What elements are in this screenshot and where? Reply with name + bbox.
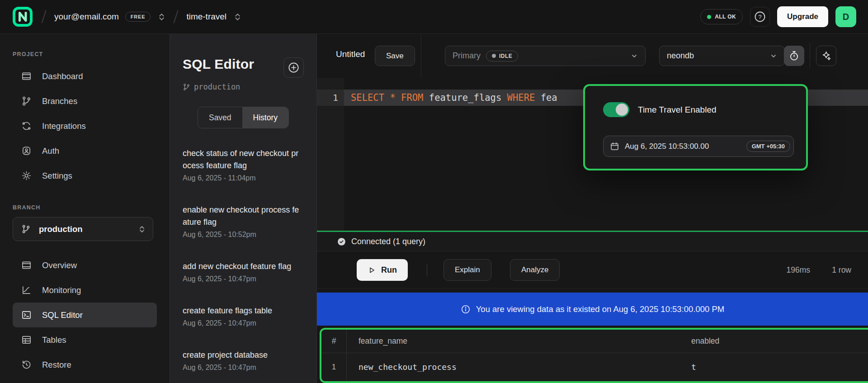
- time-travel-label: Time Travel Enabled: [638, 105, 717, 115]
- chevron-down-icon: [770, 52, 777, 60]
- datetime-value: Aug 6, 2025 10:53:00.00: [625, 142, 741, 151]
- neon-logo-icon[interactable]: [12, 6, 33, 28]
- system-status-pill[interactable]: ALL OK: [700, 9, 743, 24]
- sidebar-item-overview[interactable]: Overview: [13, 253, 157, 278]
- compute-name: Primary: [453, 51, 481, 61]
- branch-icon: [21, 224, 31, 234]
- history-item[interactable]: add new checkout feature flag Aug 6, 202…: [183, 260, 299, 283]
- history-item-timestamp: Aug 6, 2025 - 10:47pm: [183, 364, 299, 372]
- timezone-badge: GMT +05:30: [746, 141, 790, 152]
- branch-icon: [183, 83, 190, 91]
- sidebar-item-label: Overview: [42, 260, 77, 270]
- run-toolbar-divider: [427, 264, 427, 276]
- history-item[interactable]: enable new checkout process feature flag…: [183, 204, 299, 239]
- time-travel-popup: Time Travel Enabled Aug 6, 2025 10:53:00…: [583, 84, 808, 170]
- sidebar-item-label: Auth: [42, 146, 59, 156]
- history-item-title: check status of new checkout process fea…: [183, 147, 299, 172]
- tab-saved[interactable]: Saved: [198, 107, 242, 128]
- sidebar-item-label: SQL Editor: [42, 310, 83, 320]
- sidebar-item-label: Restore: [42, 360, 71, 370]
- idle-dot-icon: [492, 54, 496, 58]
- history-item-timestamp: Aug 6, 2025 - 10:47pm: [183, 319, 299, 327]
- sidebar-item-branches[interactable]: Branches: [13, 89, 157, 113]
- analyze-button[interactable]: Analyze: [510, 259, 560, 281]
- time-travel-datetime-input[interactable]: Aug 6, 2025 10:53:00.00 GMT +05:30: [603, 136, 794, 157]
- column-header-feature-name: feature_name: [347, 336, 691, 346]
- run-button[interactable]: Run: [357, 259, 408, 281]
- branch-selector-value: production: [39, 224, 83, 234]
- time-travel-button[interactable]: [784, 46, 804, 66]
- compute-status-label: IDLE: [499, 53, 512, 59]
- branch-tag: production: [183, 82, 304, 91]
- tab-history[interactable]: History: [242, 107, 288, 128]
- sidebar-item-auth[interactable]: Auth: [13, 138, 157, 163]
- sidebar-item-label: Dashboard: [42, 71, 83, 81]
- sidebar-item-label: Settings: [42, 171, 72, 181]
- branch-selector[interactable]: production: [13, 217, 153, 241]
- status-label: ALL OK: [715, 14, 736, 20]
- sidebar-item-tables[interactable]: Tables: [13, 327, 157, 352]
- compute-selector[interactable]: Primary IDLE: [445, 46, 646, 66]
- query-toolbar: Untitled Save Primary IDLE neondb: [317, 34, 868, 78]
- sidebar-item-label: Monitoring: [42, 285, 81, 295]
- history-item[interactable]: create feature flags table Aug 6, 2025 -…: [183, 305, 299, 327]
- toolbar-divider: [421, 34, 421, 78]
- sql-token: SELECT: [351, 92, 384, 103]
- query-title[interactable]: Untitled: [336, 49, 365, 59]
- toggle-knob: [616, 104, 628, 116]
- line-number: 1: [317, 90, 344, 106]
- run-label: Run: [381, 265, 397, 275]
- sidebar-item-dashboard[interactable]: Dashboard: [13, 64, 157, 89]
- branch-tag-label: production: [194, 82, 240, 91]
- browser-icon: [21, 260, 32, 270]
- history-item-timestamp: Aug 6, 2025 - 10:52pm: [183, 231, 299, 239]
- table-row: 1 new_checkout_process t: [321, 353, 868, 381]
- database-selector[interactable]: neondb: [659, 46, 785, 66]
- sql-token: [396, 92, 401, 103]
- history-item-title: create project database: [183, 349, 299, 361]
- account-switcher-chevrons-icon[interactable]: [158, 13, 165, 21]
- user-avatar[interactable]: D: [835, 6, 856, 27]
- row-count: 1 row: [832, 251, 851, 288]
- query-duration: 196ms: [786, 251, 810, 288]
- table-icon: [21, 335, 32, 345]
- history-item-timestamp: Aug 6, 2025 - 11:04pm: [183, 174, 299, 182]
- query-history-list: check status of new checkout process fea…: [183, 147, 299, 372]
- history-item-title: add new checkout feature flag: [183, 260, 299, 273]
- history-item[interactable]: create project database Aug 6, 2025 - 10…: [183, 349, 299, 372]
- sidebar-item-monitoring[interactable]: Monitoring: [13, 278, 157, 303]
- top-header: your@email.com FREE time-travel ALL OK ?…: [0, 0, 868, 34]
- history-item-timestamp: Aug 6, 2025 - 10:47pm: [183, 275, 299, 283]
- check-circle-icon: [337, 237, 346, 246]
- upgrade-button[interactable]: Upgrade: [777, 6, 828, 27]
- sidebar-item-sql-editor[interactable]: SQL Editor: [13, 303, 157, 327]
- sql-token: fea: [535, 92, 557, 103]
- cell-row-index: 1: [321, 353, 347, 381]
- sql-token: FROM: [401, 92, 423, 103]
- breadcrumb-account[interactable]: your@email.com: [54, 12, 119, 22]
- explain-button[interactable]: Explain: [443, 259, 491, 281]
- time-travel-toggle[interactable]: [603, 102, 629, 117]
- auth-icon: [21, 146, 32, 156]
- results-table: # feature_name enabled 1 new_checkout_pr…: [320, 328, 868, 383]
- help-button[interactable]: ?: [750, 7, 770, 27]
- sql-token: *: [390, 92, 395, 103]
- new-query-button[interactable]: [283, 57, 304, 78]
- project-switcher-chevrons-icon[interactable]: [234, 13, 241, 21]
- cell-feature-name: new_checkout_process: [347, 362, 691, 372]
- history-item[interactable]: check status of new checkout process fea…: [183, 147, 299, 182]
- sidebar-item-settings[interactable]: Settings: [13, 163, 157, 188]
- run-toolbar: Run Explain Analyze 196ms 1 row: [317, 251, 868, 288]
- sidebar-item-integrations[interactable]: Integrations: [13, 113, 157, 138]
- plan-badge: FREE: [125, 12, 151, 22]
- ai-sparkles-button[interactable]: [816, 46, 836, 66]
- sidebar-item-restore[interactable]: Restore: [13, 352, 157, 377]
- page-title: SQL Editor: [183, 57, 254, 72]
- banner-text: You are viewing data as it existed on Au…: [476, 304, 725, 314]
- column-header-enabled: enabled: [691, 336, 868, 346]
- browser-icon: [21, 71, 32, 81]
- save-button[interactable]: Save: [375, 46, 415, 66]
- chart-line-icon: [21, 285, 32, 295]
- breadcrumb-project[interactable]: time-travel: [186, 12, 226, 22]
- sidebar-item-label: Branches: [42, 96, 77, 106]
